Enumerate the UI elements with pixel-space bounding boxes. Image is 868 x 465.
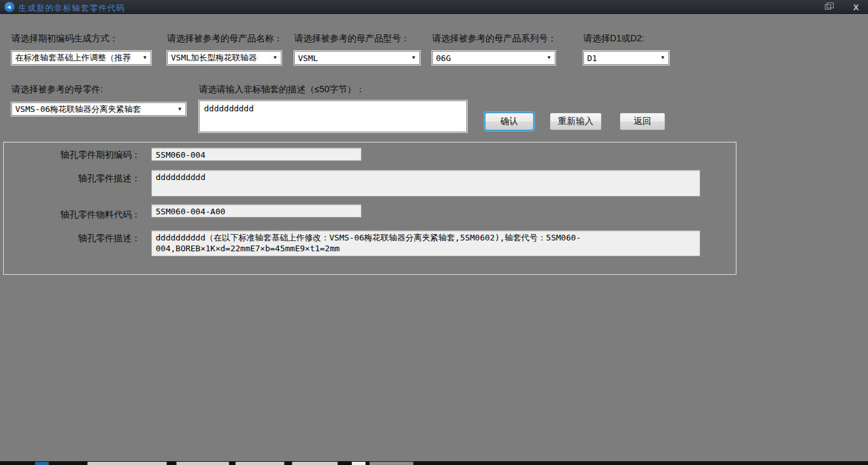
combo-initial-code-method[interactable]: 在标准轴套基础上作调整（推荐 ▼	[11, 51, 151, 65]
field-hole-part-description-1[interactable]: dddddddddd	[151, 170, 700, 197]
field-hole-part-description-2[interactable]: dddddddddd（在以下标准轴套基础上作修改：VSMS-06梅花联轴器分离夹…	[151, 230, 700, 256]
chevron-down-icon: ▼	[660, 55, 665, 60]
combo-parent-product-series[interactable]: 06G ▼	[432, 51, 555, 65]
taskbar-item[interactable]	[87, 462, 167, 465]
app-window: ◄ 生成新的非标轴套零件代码 X 请选择期初编码生成方式： 在标准轴套基础上作调…	[0, 0, 868, 465]
label-d1-or-d2: 请选择D1或D2:	[583, 33, 644, 45]
combo-parent-part[interactable]: VSMS-06梅花联轴器分离夹紧轴套 ▼	[11, 102, 186, 116]
combo-value: VSML加长型梅花联轴器	[171, 52, 257, 64]
label-parent-product-name: 请选择被参考的母产品名称：	[167, 33, 283, 45]
description-input[interactable]: dddddddddd	[199, 101, 467, 132]
label-parent-product-model: 请选择被参考的母产品型号：	[294, 33, 410, 45]
combo-value: VSMS-06梅花联轴器分离夹紧轴套	[15, 104, 141, 115]
field-hole-part-initial-code[interactable]: 5SM060-004	[151, 148, 362, 161]
taskbar-item[interactable]	[369, 462, 414, 465]
label-parent-part: 请选择被参考的母零件:	[11, 84, 103, 95]
combo-value: 在标准轴套基础上作调整（推荐	[15, 52, 131, 64]
reinput-button[interactable]: 重新输入	[550, 113, 602, 130]
chevron-down-icon: ▼	[273, 55, 278, 60]
restore-button[interactable]	[821, 1, 835, 13]
confirm-button[interactable]: 确认	[485, 113, 534, 130]
app-icon[interactable]: ◄	[4, 2, 15, 12]
taskbar-item[interactable]	[235, 462, 285, 465]
taskbar-item[interactable]	[35, 462, 49, 465]
label-nonstandard-description: 请选请输入非标轴套的描述（≤50字节）：	[199, 84, 365, 95]
label-hole-part-initial-code: 轴孔零件期初编码：	[13, 149, 140, 161]
combo-value: 06G	[436, 53, 451, 63]
chevron-down-icon: ▼	[177, 107, 182, 112]
label-parent-product-series: 请选择被参考的母产品系列号：	[432, 33, 557, 45]
taskbar	[0, 461, 868, 465]
field-hole-part-material-code[interactable]: 5SM060-004-A00	[151, 204, 362, 218]
label-initial-code-method: 请选择期初编码生成方式：	[11, 33, 118, 45]
combo-parent-product-model[interactable]: VSML ▼	[294, 51, 420, 65]
combo-d1-or-d2[interactable]: D1 ▼	[583, 51, 669, 65]
window-controls: X	[821, 0, 863, 14]
taskbar-item[interactable]	[351, 462, 366, 465]
combo-value: D1	[587, 53, 597, 63]
close-button[interactable]: X	[849, 1, 863, 13]
label-hole-part-description-2: 轴孔零件描述：	[13, 233, 140, 244]
title-bar: ◄ 生成新的非标轴套零件代码 X	[0, 0, 868, 14]
label-hole-part-material-code: 轴孔零件物料代码：	[13, 209, 140, 221]
restore-icon	[825, 4, 831, 10]
label-hole-part-description-1: 轴孔零件描述：	[13, 173, 140, 184]
back-button[interactable]: 返回	[620, 113, 665, 130]
taskbar-item[interactable]	[176, 462, 229, 465]
back-arrow-icon: ◄	[6, 4, 12, 10]
taskbar-item[interactable]	[292, 462, 338, 465]
chevron-down-icon: ▼	[411, 55, 416, 60]
combo-parent-product-name[interactable]: VSML加长型梅花联轴器 ▼	[167, 51, 281, 65]
chevron-down-icon: ▼	[142, 55, 147, 60]
combo-value: VSML	[298, 53, 318, 63]
window-title: 生成新的非标轴套零件代码	[18, 3, 125, 14]
chevron-down-icon: ▼	[546, 55, 552, 60]
result-panel: 轴孔零件期初编码： 5SM060-004 轴孔零件描述： dddddddddd …	[3, 142, 736, 275]
